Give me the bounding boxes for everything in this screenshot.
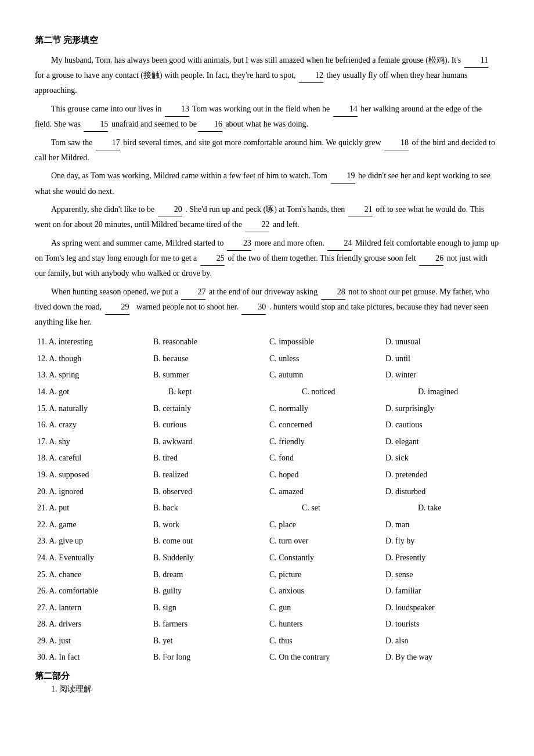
opt-d: D. familiar	[383, 583, 499, 600]
opt-d: D. also	[383, 633, 499, 650]
blank-26: 26	[419, 251, 443, 266]
opt-num: 22. A. game	[35, 517, 151, 534]
opt-num: 21. A. put	[35, 500, 151, 517]
opt-b: B. realized	[151, 467, 267, 484]
opt-c: C. noticed	[267, 384, 383, 401]
option-row-30: 30. A. In fact B. For long C. On the con…	[35, 649, 499, 666]
blank-14: 14	[333, 102, 358, 117]
opt-c: C. impossible	[267, 334, 383, 351]
opt-d: D. Presently	[383, 550, 499, 567]
blank-19: 19	[331, 168, 355, 183]
opt-d: D. cautious	[383, 417, 499, 434]
opt-num: 27. A. lantern	[35, 600, 151, 617]
opt-d: D. loudspeaker	[383, 600, 499, 617]
option-row-26: 26. A. comfortable B. guilty C. anxious …	[35, 583, 499, 600]
option-row-24: 24. A. Eventually B. Suddenly C. Constan…	[35, 550, 499, 567]
opt-b: B. farmers	[151, 616, 267, 633]
blank-18: 18	[384, 135, 409, 150]
opt-b: B. sign	[151, 600, 267, 617]
option-row-28: 28. A. drivers B. farmers C. hunters D. …	[35, 616, 499, 633]
opt-d: D. pretended	[383, 467, 499, 484]
blank-30: 30	[241, 300, 266, 315]
opt-d: D. tourists	[383, 616, 499, 633]
opt-b: B. come out	[151, 533, 267, 550]
opt-b: B. yet	[151, 633, 267, 650]
opt-num: 12. A. though	[35, 351, 151, 368]
opt-b: B. For long	[151, 649, 267, 666]
opt-c: C. hoped	[267, 467, 383, 484]
opt-d: D. winter	[383, 367, 499, 384]
opt-num: 28. A. drivers	[35, 616, 151, 633]
opt-c: C. picture	[267, 567, 383, 584]
paragraph-1: My husband, Tom, has always been good wi…	[35, 53, 499, 98]
opt-c: C. fond	[267, 450, 383, 467]
opt-b: B. curious	[151, 417, 267, 434]
blank-17: 17	[96, 135, 120, 150]
blank-12: 12	[299, 68, 323, 83]
blank-29: 29	[105, 300, 129, 315]
opt-d: D. sick	[383, 450, 499, 467]
opt-b: B. dream	[151, 567, 267, 584]
opt-d: D. sense	[383, 567, 499, 584]
option-row-20: 20. A. ignored B. observed C. amazed D. …	[35, 484, 499, 501]
blank-22: 22	[245, 217, 269, 232]
opt-b: B. awkward	[151, 434, 267, 451]
opt-b: B. observed	[151, 484, 267, 501]
opt-b: B. guilty	[151, 583, 267, 600]
opt-b: B. kept	[151, 384, 267, 401]
opt-d: D. surprisingly	[383, 401, 499, 417]
option-row-15: 15. A. naturally B. certainly C. normall…	[35, 401, 499, 417]
paragraph-4: One day, as Tom was working, Mildred cam…	[35, 168, 499, 198]
option-row-14: 14. A. got B. kept C. noticed D. imagine…	[35, 384, 499, 401]
opt-b: B. reasonable	[151, 334, 267, 351]
paragraph-5: Apparently, she didn't like to be 20 . S…	[35, 202, 499, 232]
opt-c: C. unless	[267, 351, 383, 368]
opt-b: B. work	[151, 517, 267, 534]
opt-b: B. Suddenly	[151, 550, 267, 567]
sub-title-reading: 1. 阅读理解	[51, 684, 499, 694]
option-row-17: 17. A. shy B. awkward C. friendly D. ele…	[35, 434, 499, 451]
opt-d: D. imagined	[383, 384, 499, 401]
section-title: 第二节 完形填空	[35, 35, 499, 46]
opt-num: 17. A. shy	[35, 434, 151, 451]
opt-num: 15. A. naturally	[35, 401, 151, 417]
paragraph-7: When hunting season opened, we put a 27 …	[35, 285, 499, 330]
option-row-25: 25. A. chance B. dream C. picture D. sen…	[35, 567, 499, 584]
opt-c: C. anxious	[267, 583, 383, 600]
opt-d: D. man	[383, 517, 499, 534]
paragraph-3: Tom saw the 17 bird several times, and s…	[35, 135, 499, 165]
opt-b: B. back	[151, 500, 267, 517]
option-row-27: 27. A. lantern B. sign C. gun D. loudspe…	[35, 600, 499, 617]
blank-28: 28	[321, 285, 345, 300]
opt-num: 14. A. got	[35, 384, 151, 401]
opt-c: C. autumn	[267, 367, 383, 384]
option-row-21: 21. A. put B. back C. set D. take	[35, 500, 499, 517]
opt-c: C. thus	[267, 633, 383, 650]
blank-13: 13	[165, 102, 189, 117]
option-row-12: 12. A. though B. because C. unless D. un…	[35, 351, 499, 368]
opt-b: B. certainly	[151, 401, 267, 417]
paragraph-2: This grouse came into our lives in 13 To…	[35, 102, 499, 132]
opt-d: D. fly by	[383, 533, 499, 550]
blank-20: 20	[158, 202, 182, 217]
opt-num: 26. A. comfortable	[35, 583, 151, 600]
opt-num: 19. A. supposed	[35, 467, 151, 484]
opt-c: C. set	[267, 500, 383, 517]
opt-num: 30. A. In fact	[35, 649, 151, 666]
opt-num: 20. A. ignored	[35, 484, 151, 501]
opt-d: D. disturbed	[383, 484, 499, 501]
opt-num: 24. A. Eventually	[35, 550, 151, 567]
option-row-29: 29. A. just B. yet C. thus D. also	[35, 633, 499, 650]
opt-num: 13. A. spring	[35, 367, 151, 384]
option-row-19: 19. A. supposed B. realized C. hoped D. …	[35, 467, 499, 484]
blank-24: 24	[327, 236, 352, 251]
option-row-16: 16. A. crazy B. curious C. concerned D. …	[35, 417, 499, 434]
opt-num: 16. A. crazy	[35, 417, 151, 434]
section2-title: 第二部分	[35, 671, 499, 682]
opt-b: B. summer	[151, 367, 267, 384]
opt-d: D. take	[383, 500, 499, 517]
option-row-11: 11. A. interesting B. reasonable C. impo…	[35, 334, 499, 351]
blank-23: 23	[227, 236, 251, 251]
option-row-13: 13. A. spring B. summer C. autumn D. win…	[35, 367, 499, 384]
blank-15: 15	[84, 117, 108, 132]
